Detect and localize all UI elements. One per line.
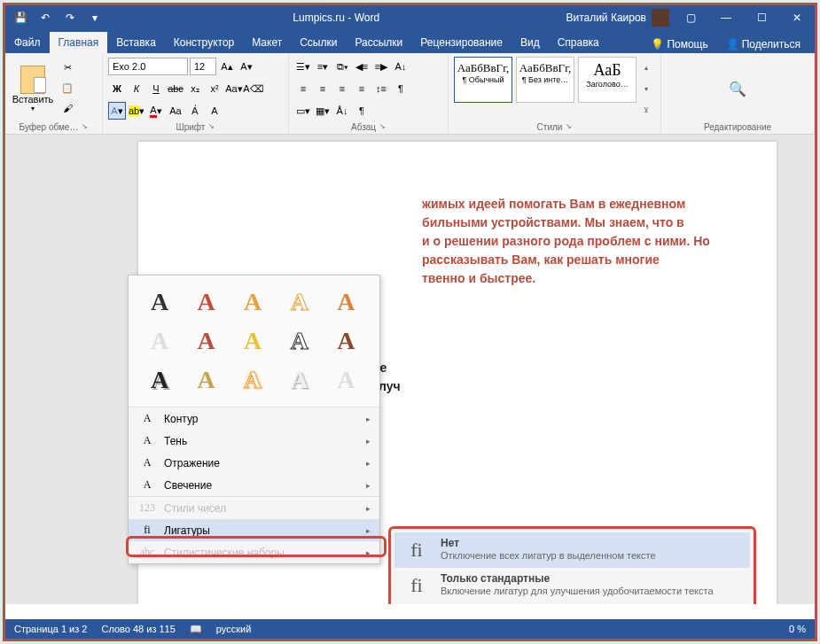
strikethrough-button[interactable]: abc	[167, 80, 184, 97]
effect-preset[interactable]: A	[232, 323, 273, 359]
user-name[interactable]: Виталий Каиров	[566, 12, 646, 24]
tell-me-button[interactable]: 💡 Помощь	[645, 35, 713, 53]
line-spacing-icon[interactable]: ↕≡	[372, 80, 390, 97]
ligatures-submenu: fi НетОтключение всех лигатур в выделенн…	[388, 526, 756, 604]
text-shadow-item[interactable]: AТень▸	[129, 430, 379, 452]
multilevel-button[interactable]: ⧉▾	[333, 58, 351, 75]
subscript-button[interactable]: x₂	[186, 80, 204, 97]
tab-home[interactable]: Главная	[50, 32, 108, 53]
sort-icon[interactable]: A↓	[392, 58, 410, 75]
change-case-icon[interactable]: Aa▾	[225, 80, 243, 97]
paste-button[interactable]: Вставить ▾	[11, 57, 55, 120]
effect-preset[interactable]: A	[325, 284, 366, 320]
effect-preset[interactable]: A	[139, 284, 180, 320]
effect-preset[interactable]: A	[186, 362, 227, 398]
styles-more-icon[interactable]: ⊻	[640, 106, 652, 114]
style-normal[interactable]: АаБбВвГг,¶ Обычный	[454, 57, 512, 103]
font-name-input[interactable]	[108, 58, 188, 75]
find-button[interactable]: 🔍	[725, 57, 750, 120]
bullets-button[interactable]: ☰▾	[294, 58, 312, 75]
text-effects-button[interactable]: A▾	[108, 102, 126, 120]
bold-button[interactable]: Ж	[108, 80, 126, 97]
effect-preset[interactable]: A	[325, 323, 366, 359]
ligature-contextual[interactable]: +fi Стандартные и контекстныеВключение д…	[394, 603, 750, 604]
effect-preset[interactable]: A	[186, 284, 227, 320]
styles-launcher-icon[interactable]: ↘	[566, 122, 572, 132]
ligature-standard[interactable]: fi Только стандартныеВключение лигатур д…	[394, 568, 750, 603]
sort-az-icon[interactable]: Å↓	[333, 102, 351, 120]
align-left-icon[interactable]: ≡	[294, 80, 312, 97]
shading-button[interactable]: ▭▾	[294, 102, 312, 120]
ligature-none[interactable]: fi НетОтключение всех лигатур в выделенн…	[394, 532, 750, 568]
status-words[interactable]: Слово 48 из 115	[101, 624, 175, 634]
styles-up-icon[interactable]: ▴	[640, 64, 652, 72]
tab-view[interactable]: Вид	[512, 32, 549, 53]
text-glow-item[interactable]: AСвечение▸	[129, 474, 379, 496]
enclose-chars-icon[interactable]: A̍	[186, 102, 204, 120]
style-no-spacing[interactable]: АаБбВвГг,¶ Без инте…	[516, 57, 574, 103]
close-icon[interactable]: ✕	[779, 5, 815, 30]
qat-customize-icon[interactable]: ▾	[83, 7, 106, 28]
tab-references[interactable]: Ссылки	[291, 32, 346, 53]
tab-file[interactable]: Файл	[5, 32, 50, 53]
format-painter-icon[interactable]: 🖌	[59, 99, 76, 117]
numbering-button[interactable]: ≡▾	[314, 58, 332, 75]
tab-mailings[interactable]: Рассылки	[346, 32, 411, 53]
superscript-button[interactable]: x²	[206, 80, 223, 97]
tab-design[interactable]: Конструктор	[165, 32, 243, 53]
paragraph-launcher-icon[interactable]: ↘	[379, 122, 386, 132]
styles-down-icon[interactable]: ▾	[640, 85, 652, 93]
maximize-icon[interactable]: ☐	[744, 5, 779, 30]
borders-button[interactable]: ▦▾	[314, 102, 332, 120]
grow-font-icon[interactable]: A▴	[218, 58, 236, 75]
share-button[interactable]: 👤 Поделиться	[721, 35, 806, 53]
effect-preset[interactable]: A	[279, 284, 320, 320]
clipboard-launcher-icon[interactable]: ↘	[82, 122, 88, 132]
status-language[interactable]: русский	[216, 624, 251, 634]
align-center-icon[interactable]: ≡	[314, 80, 332, 97]
effect-preset[interactable]: A	[279, 362, 320, 398]
increase-indent-icon[interactable]: ≡▶	[372, 58, 390, 75]
align-right-icon[interactable]: ≡	[333, 80, 351, 97]
status-zoom[interactable]: 0 %	[789, 624, 806, 634]
effect-preset[interactable]: A	[232, 362, 273, 398]
effect-preset[interactable]: A	[139, 323, 180, 359]
effect-preset[interactable]: A	[186, 323, 227, 359]
style-heading[interactable]: АаБЗаголово…	[578, 57, 636, 103]
font-size-input[interactable]	[190, 58, 216, 75]
autosave-icon[interactable]: 💾	[9, 7, 32, 28]
tab-layout[interactable]: Макет	[243, 32, 291, 53]
font-color-button[interactable]: A▾	[147, 102, 165, 120]
show-marks-icon[interactable]: ¶	[392, 80, 410, 97]
effect-preset[interactable]: A	[139, 362, 180, 398]
underline-button[interactable]: Ч	[147, 80, 165, 97]
tab-insert[interactable]: Вставка	[107, 32, 165, 53]
effect-preset[interactable]: A	[325, 362, 366, 398]
clear-formatting-icon[interactable]: A⌫	[245, 80, 262, 97]
decrease-indent-icon[interactable]: ◀≡	[353, 58, 371, 75]
minimize-icon[interactable]: —	[708, 5, 744, 30]
highlight-button[interactable]: ab▾	[128, 102, 145, 120]
ligatures-item[interactable]: fiЛигатуры▸	[129, 519, 379, 541]
shrink-font-icon[interactable]: A▾	[238, 58, 255, 75]
tab-review[interactable]: Рецензирование	[411, 32, 512, 53]
copy-icon[interactable]: 📋	[59, 79, 76, 97]
font-launcher-icon[interactable]: ↘	[208, 122, 215, 132]
avatar[interactable]	[652, 9, 669, 27]
italic-button[interactable]: К	[128, 80, 145, 97]
tab-help[interactable]: Справка	[549, 32, 608, 53]
effect-preset[interactable]: A	[232, 284, 273, 320]
effect-preset[interactable]: A	[279, 323, 320, 359]
redo-icon[interactable]: ↷	[59, 7, 82, 28]
char-shading-icon[interactable]: Aa	[167, 102, 184, 120]
ribbon-options-icon[interactable]: ▢	[673, 5, 708, 30]
justify-icon[interactable]: ≡	[353, 80, 371, 97]
status-page[interactable]: Страница 1 из 2	[14, 624, 87, 634]
text-outline-item[interactable]: AКонтур▸	[129, 407, 379, 430]
undo-icon[interactable]: ↶	[34, 7, 57, 28]
paragraph-mark-icon[interactable]: ¶	[353, 102, 371, 120]
grow-font-alt-icon[interactable]: A	[206, 102, 223, 120]
status-proofing-icon[interactable]: 📖	[190, 624, 202, 635]
cut-icon[interactable]: ✂	[59, 58, 76, 76]
text-reflection-item[interactable]: AОтражение▸	[129, 452, 379, 474]
